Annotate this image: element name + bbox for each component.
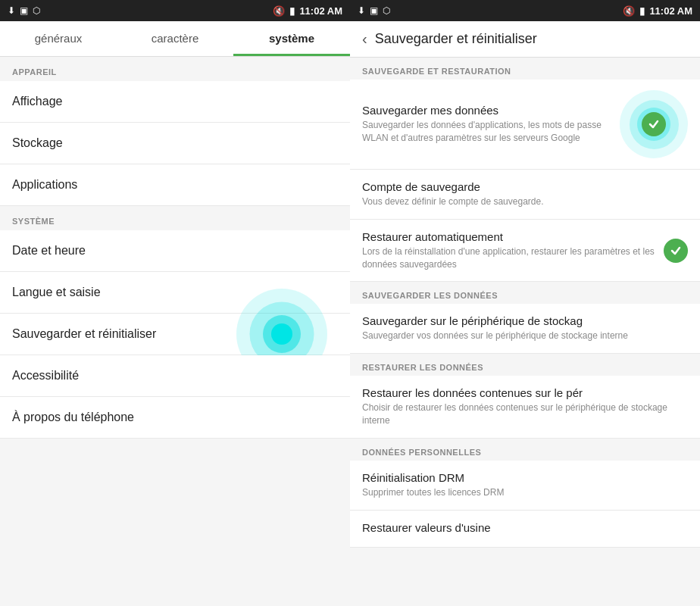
setting-sauvegarder-desc: Sauvegarder les données d'applications, …	[362, 119, 612, 145]
setting-restaurer-donnees-text: Restaurer les données contenues sur le p…	[362, 386, 688, 427]
setting-sauvegarder-stockage[interactable]: Sauvegarder sur le périphérique de stock…	[350, 304, 700, 354]
check-sauvegarder	[642, 112, 666, 136]
setting-drm-text: Réinitialisation DRM Supprimer toutes le…	[362, 471, 688, 499]
section-header-sauvegarde: SAUVEGARDE ET RESTAURATION	[350, 58, 700, 80]
setting-drm[interactable]: Réinitialisation DRM Supprimer toutes le…	[350, 461, 700, 511]
setting-restaurer-usine-title: Restaurer valeurs d'usine	[362, 521, 680, 534]
setting-restaurer-donnees[interactable]: Restaurer les données contenues sur le p…	[350, 376, 700, 439]
section-header-systeme: SYSTÈME	[0, 206, 350, 230]
setting-drm-title: Réinitialisation DRM	[362, 471, 680, 484]
menu-item-date-heure[interactable]: Date et heure	[0, 230, 350, 272]
setting-sauvegarder-title: Sauvegarder mes données	[362, 104, 612, 117]
right-panel: ⬇ ▣ ⬡ 🔇 ▮ 11:02 AM ‹ Sauvegarder et réin…	[350, 0, 700, 606]
image-icon: ▣	[20, 5, 28, 16]
setting-restaurer-donnees-desc: Choisir de restaurer les données contenu…	[362, 401, 680, 427]
setting-compte[interactable]: Compte de sauvegarde Vous devez définir …	[350, 170, 700, 220]
setting-drm-desc: Supprimer toutes les licences DRM	[362, 486, 680, 499]
right-shield-icon: ⬡	[383, 5, 390, 16]
setting-restaurer-auto-text: Restaurer automatiquement Lors de la réi…	[362, 230, 664, 271]
setting-sauvegarder-donnees[interactable]: Sauvegarder mes données Sauvegarder les …	[350, 80, 700, 170]
right-battery-icon: ▮	[639, 5, 645, 17]
setting-restaurer-usine[interactable]: Restaurer valeurs d'usine	[350, 511, 700, 548]
left-status-bar: ⬇ ▣ ⬡ 🔇 ▮ 11:02 AM	[0, 0, 350, 21]
right-toolbar: ‹ Sauvegarder et réinitialiser	[350, 21, 700, 58]
setting-compte-desc: Vous devez définir le compte de sauvegar…	[362, 195, 680, 208]
left-status-right: 🔇 ▮ 11:02 AM	[273, 5, 342, 17]
setting-restaurer-usine-text: Restaurer valeurs d'usine	[362, 521, 688, 536]
usb-icon: ⬇	[8, 5, 15, 16]
setting-restaurer-auto-desc: Lors de la réinstallation d'une applicat…	[362, 245, 656, 271]
left-panel: ⬇ ▣ ⬡ 🔇 ▮ 11:02 AM généraux caractère sy…	[0, 0, 350, 606]
setting-sauvegarder-stockage-text: Sauvegarder sur le périphérique de stock…	[362, 314, 688, 342]
setting-sauvegarder-stockage-desc: Sauvegarder vos données sur le périphéri…	[362, 330, 680, 342]
shield-icon: ⬡	[33, 5, 40, 16]
menu-item-apropos[interactable]: À propos du téléphone	[0, 397, 350, 439]
section-header-sauvegarder-donnees: SAUVEGARDER LES DONNÉES	[350, 282, 700, 304]
setting-sauvegarder-stockage-title: Sauvegarder sur le périphérique de stock…	[362, 314, 680, 327]
right-mute-icon: 🔇	[623, 5, 635, 17]
right-scroll-content[interactable]: SAUVEGARDE ET RESTAURATION Sauvegarder m…	[350, 58, 700, 606]
right-page-title: Sauvegarder et réinitialiser	[375, 31, 537, 47]
tab-caractere[interactable]: caractère	[117, 21, 233, 56]
setting-compte-title: Compte de sauvegarde	[362, 180, 680, 193]
menu-item-affichage[interactable]: Affichage	[0, 81, 350, 123]
menu-item-stockage[interactable]: Stockage	[0, 123, 350, 164]
left-time: 11:02 AM	[299, 5, 342, 17]
setting-sauvegarder-text: Sauvegarder mes données Sauvegarder les …	[362, 104, 620, 145]
right-usb-icon: ⬇	[358, 5, 365, 16]
right-status-icons: ⬇ ▣ ⬡	[358, 5, 390, 16]
tab-generaux[interactable]: généraux	[0, 21, 117, 56]
section-header-donnees-perso: DONNÉES PERSONNELLES	[350, 439, 700, 461]
menu-item-langue[interactable]: Langue et saisie	[0, 272, 350, 314]
battery-icon: ▮	[289, 5, 295, 17]
right-status-bar: ⬇ ▣ ⬡ 🔇 ▮ 11:02 AM	[350, 0, 700, 21]
section-header-appareil: APPAREIL	[0, 57, 350, 81]
tabs-bar: généraux caractère système	[0, 21, 350, 57]
menu-item-accessibilite[interactable]: Accessibilité	[0, 355, 350, 397]
left-status-icons: ⬇ ▣ ⬡	[8, 5, 40, 16]
right-status-right: 🔇 ▮ 11:02 AM	[623, 5, 692, 17]
right-time: 11:02 AM	[649, 5, 692, 17]
check-restaurer-auto	[664, 239, 688, 263]
back-button[interactable]: ‹	[362, 30, 367, 48]
mute-icon: 🔇	[273, 5, 285, 17]
tab-systeme[interactable]: système	[233, 21, 350, 56]
setting-restaurer-auto-title: Restaurer automatiquement	[362, 230, 656, 243]
menu-item-sauvegarder[interactable]: Sauvegarder et réinitialiser	[0, 314, 350, 355]
section-header-restaurer-donnees: RESTAURER LES DONNÉES	[350, 354, 700, 376]
menu-item-applications[interactable]: Applications	[0, 164, 350, 206]
setting-restaurer-donnees-title: Restaurer les données contenues sur le p…	[362, 386, 680, 399]
setting-restaurer-auto[interactable]: Restaurer automatiquement Lors de la réi…	[350, 220, 700, 283]
setting-compte-text: Compte de sauvegarde Vous devez définir …	[362, 180, 688, 208]
right-image-icon: ▣	[370, 5, 378, 16]
